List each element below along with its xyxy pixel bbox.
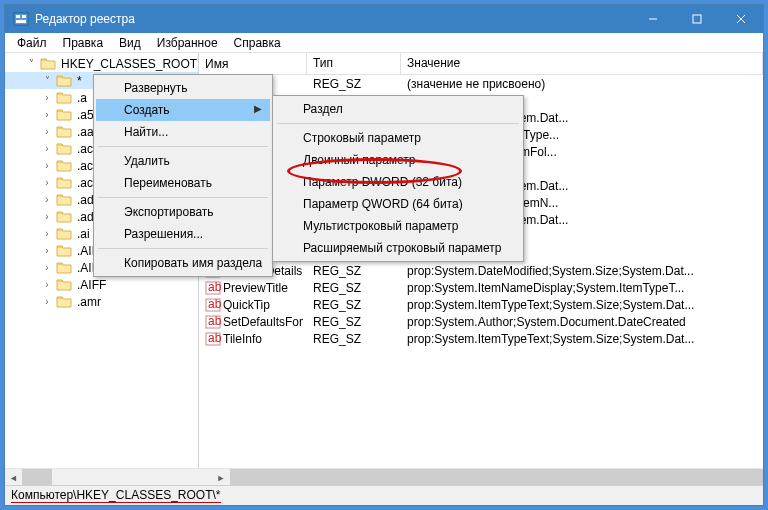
value-name: PreviewTitle (223, 281, 288, 295)
chevron-right-icon[interactable]: › (41, 211, 53, 222)
minimize-button[interactable] (631, 5, 675, 33)
chevron-right-icon[interactable]: › (41, 279, 53, 290)
ctx-new-expand[interactable]: Расширяемый строковый параметр (275, 237, 521, 259)
value-type: REG_SZ (307, 264, 401, 278)
svg-rect-1 (16, 15, 20, 18)
ctx-copykey[interactable]: Копировать имя раздела (96, 252, 270, 274)
chevron-right-icon: ▶ (254, 103, 262, 114)
tree-item[interactable]: ›.amr (5, 293, 198, 310)
ctx-new-multi[interactable]: Мультистроковый параметр (275, 215, 521, 237)
list-row[interactable]: нию)REG_SZ(значение не присвоено) (199, 75, 763, 92)
ctx-create[interactable]: Создать▶ (96, 99, 270, 121)
ctx-new-binary[interactable]: Двоичный параметр (275, 149, 521, 171)
close-button[interactable] (719, 5, 763, 33)
svg-text:ab: ab (208, 298, 221, 311)
svg-text:ab: ab (208, 332, 221, 345)
ctx-find[interactable]: Найти... (96, 121, 270, 143)
chevron-right-icon[interactable]: › (41, 262, 53, 273)
chevron-right-icon[interactable]: › (41, 109, 53, 120)
tree-item[interactable]: ›.AIFF (5, 276, 198, 293)
value-data: (значение не присвоено) (401, 77, 763, 91)
folder-icon (56, 74, 72, 88)
svg-text:ab: ab (208, 281, 221, 294)
col-header-value[interactable]: Значение (401, 53, 763, 74)
svg-text:ab: ab (208, 315, 221, 328)
scroll-thumb[interactable] (22, 469, 52, 485)
svg-rect-0 (14, 13, 28, 25)
chevron-down-icon[interactable]: ˅ (41, 75, 53, 86)
ctx-new-qword[interactable]: Параметр QWORD (64 бита) (275, 193, 521, 215)
tree-label: HKEY_CLASSES_ROOT (61, 57, 197, 71)
value-data: prop:System.Author;System.Document.DateC… (401, 315, 763, 329)
folder-icon (56, 108, 72, 122)
folder-icon (56, 295, 72, 309)
value-type: REG_SZ (307, 298, 401, 312)
list-header: Имя Тип Значение (199, 53, 763, 75)
ctx-export[interactable]: Экспортировать (96, 201, 270, 223)
chevron-right-icon[interactable]: › (41, 296, 53, 307)
ctx-new-key[interactable]: Раздел (275, 98, 521, 120)
ctx-new-dword[interactable]: Параметр DWORD (32 бита) (275, 171, 521, 193)
separator (98, 248, 268, 249)
folder-icon (56, 176, 72, 190)
ctx-perms[interactable]: Разрешения... (96, 223, 270, 245)
folder-icon (56, 227, 72, 241)
value-type: REG_SZ (307, 315, 401, 329)
value-data: prop:System.ItemTypeText;System.Size;Sys… (401, 298, 763, 312)
chevron-right-icon[interactable]: › (41, 228, 53, 239)
string-value-icon: ab (205, 281, 221, 295)
list-row[interactable]: abQuickTipREG_SZprop:System.ItemTypeText… (199, 296, 763, 313)
chevron-right-icon[interactable]: › (41, 194, 53, 205)
chevron-right-icon[interactable]: › (41, 177, 53, 188)
col-header-type[interactable]: Тип (307, 53, 401, 74)
menubar: Файл Правка Вид Избранное Справка (5, 33, 763, 53)
col-header-name[interactable]: Имя (199, 53, 307, 74)
menu-view[interactable]: Вид (111, 34, 149, 52)
context-menu-create: Раздел Строковый параметр Двоичный парам… (272, 95, 524, 262)
svg-rect-2 (22, 15, 26, 18)
folder-icon (56, 210, 72, 224)
string-value-icon: ab (205, 298, 221, 312)
value-type: REG_SZ (307, 77, 401, 91)
list-row[interactable]: abPreviewTitleREG_SZprop:System.ItemName… (199, 279, 763, 296)
list-row[interactable]: abTileInfoREG_SZprop:System.ItemTypeText… (199, 330, 763, 347)
separator (98, 197, 268, 198)
svg-rect-3 (16, 20, 26, 23)
context-menu-main: Развернуть Создать▶ Найти... Удалить Пер… (93, 74, 273, 277)
menu-file[interactable]: Файл (9, 34, 55, 52)
menu-edit[interactable]: Правка (55, 34, 112, 52)
ctx-new-string[interactable]: Строковый параметр (275, 127, 521, 149)
chevron-right-icon[interactable]: › (41, 245, 53, 256)
value-name: TileInfo (223, 332, 262, 346)
menu-favorites[interactable]: Избранное (149, 34, 226, 52)
scrollbar-horizontal[interactable]: ◄ ► (5, 468, 763, 485)
ctx-create-label: Создать (124, 103, 170, 117)
ctx-expand[interactable]: Развернуть (96, 77, 270, 99)
chevron-right-icon[interactable]: › (41, 143, 53, 154)
ctx-rename[interactable]: Переименовать (96, 172, 270, 194)
folder-icon (56, 125, 72, 139)
status-path: Компьютер\HKEY_CLASSES_ROOT\* (11, 488, 221, 503)
tree-label: .a (77, 91, 87, 105)
chevron-right-icon[interactable]: › (41, 92, 53, 103)
ctx-delete[interactable]: Удалить (96, 150, 270, 172)
folder-icon (56, 261, 72, 275)
app-icon (13, 11, 29, 27)
chevron-right-icon[interactable]: › (41, 126, 53, 137)
string-value-icon: ab (205, 332, 221, 346)
menu-help[interactable]: Справка (226, 34, 289, 52)
list-row[interactable]: abPreviewDetailsREG_SZprop:System.DateMo… (199, 262, 763, 279)
maximize-button[interactable] (675, 5, 719, 33)
folder-icon (56, 142, 72, 156)
tree-item[interactable]: ˅HKEY_CLASSES_ROOT (5, 55, 198, 72)
value-data: prop:System.ItemTypeText;System.Size;Sys… (401, 332, 763, 346)
folder-icon (56, 91, 72, 105)
string-value-icon: ab (205, 315, 221, 329)
chevron-down-icon[interactable]: ˅ (25, 58, 37, 69)
scroll-right-button[interactable]: ► (213, 469, 230, 486)
window-title: Редактор реестра (35, 12, 631, 26)
chevron-right-icon[interactable]: › (41, 160, 53, 171)
scroll-left-button[interactable]: ◄ (5, 469, 22, 486)
list-row[interactable]: abSetDefaultsForREG_SZprop:System.Author… (199, 313, 763, 330)
tree-label: .AIFF (77, 278, 106, 292)
